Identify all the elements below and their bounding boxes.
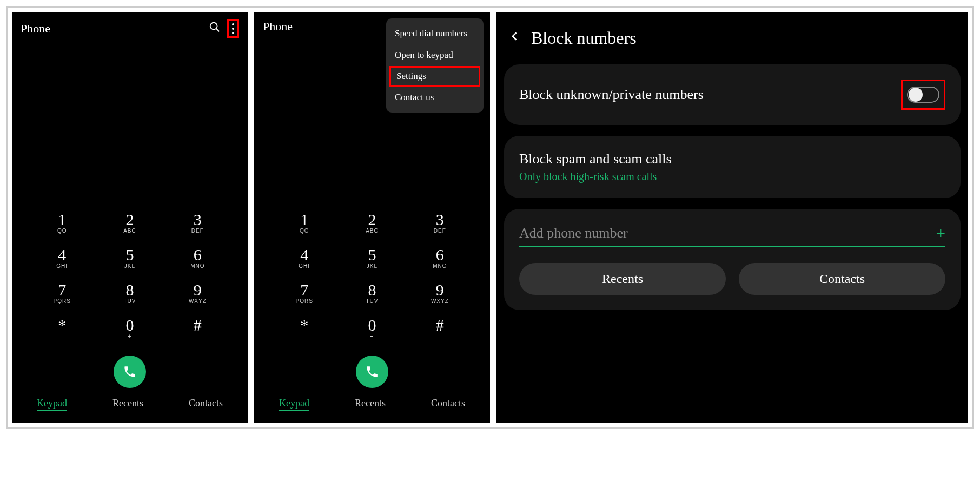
tab-recents[interactable]: Recents (112, 398, 143, 411)
menu-contact-us[interactable]: Contact us (386, 87, 484, 108)
key-2[interactable]: 2ABC (356, 212, 388, 234)
add-icon[interactable]: + (929, 224, 945, 242)
key-star[interactable]: * (288, 317, 321, 339)
add-phone-input[interactable]: Add phone number (519, 225, 628, 241)
key-4[interactable]: 4GHI (288, 247, 321, 269)
tab-keypad[interactable]: Keypad (37, 398, 67, 411)
key-3[interactable]: 3DEF (181, 212, 214, 234)
key-5[interactable]: 5JKL (356, 247, 388, 269)
menu-settings[interactable]: Settings (389, 66, 480, 87)
card-block-unknown: Block unknown/private numbers (504, 64, 961, 125)
key-4[interactable]: 4GHI (46, 247, 78, 269)
key-9[interactable]: 9WXYZ (181, 282, 214, 304)
tutorial-three-screens: Phone 1QO 2ABC 3DEF 4GHI 5JKL 6MNO 7PQRS… (6, 6, 974, 429)
key-1[interactable]: 1QO (46, 212, 78, 234)
block-spam-label: Block spam and scam calls (519, 151, 945, 167)
screen-dialer-menu: Phone Speed dial numbers Open to keypad … (254, 12, 490, 423)
key-0[interactable]: 0+ (114, 317, 146, 339)
svg-point-0 (210, 23, 217, 30)
block-unknown-toggle-highlight (901, 80, 945, 110)
keypad: 1QO 2ABC 3DEF 4GHI 5JKL 6MNO 7PQRS 8TUV … (12, 212, 248, 348)
keypad: 1QO 2ABC 3DEF 4GHI 5JKL 6MNO 7PQRS 8TUV … (254, 212, 490, 348)
key-6[interactable]: 6MNO (181, 247, 214, 269)
back-icon[interactable] (509, 28, 520, 48)
svg-line-1 (216, 29, 220, 32)
tab-keypad[interactable]: Keypad (279, 398, 309, 411)
block-unknown-toggle[interactable] (907, 87, 939, 103)
screen-block-numbers: Block numbers Block unknown/private numb… (496, 12, 968, 423)
key-8[interactable]: 8TUV (356, 282, 388, 304)
key-1[interactable]: 1QO (288, 212, 321, 234)
menu-speed-dial[interactable]: Speed dial numbers (386, 23, 484, 44)
app-title: Phone (21, 22, 209, 36)
recents-button[interactable]: Recents (519, 263, 726, 295)
key-0[interactable]: 0+ (356, 317, 388, 339)
tab-recents[interactable]: Recents (355, 398, 386, 411)
key-3[interactable]: 3DEF (423, 212, 456, 234)
block-spam-sublabel: Only block high-risk scam calls (519, 170, 945, 183)
menu-open-keypad[interactable]: Open to keypad (386, 44, 484, 66)
block-unknown-label: Block unknown/private numbers (519, 87, 704, 103)
key-9[interactable]: 9WXYZ (423, 282, 456, 304)
key-7[interactable]: 7PQRS (288, 282, 321, 304)
overflow-menu: Speed dial numbers Open to keypad Settin… (386, 18, 484, 113)
overflow-menu-icon[interactable] (227, 19, 239, 38)
key-star[interactable]: * (46, 317, 78, 339)
key-hash[interactable]: # (423, 317, 456, 339)
card-block-spam[interactable]: Block spam and scam calls Only block hig… (504, 136, 961, 198)
key-7[interactable]: 7PQRS (46, 282, 78, 304)
screen-dialer: Phone 1QO 2ABC 3DEF 4GHI 5JKL 6MNO 7PQRS… (12, 12, 248, 423)
call-button[interactable] (356, 356, 388, 388)
key-8[interactable]: 8TUV (114, 282, 146, 304)
contacts-button[interactable]: Contacts (739, 263, 945, 295)
page-title: Block numbers (531, 28, 637, 48)
search-icon[interactable] (209, 21, 221, 36)
tab-contacts[interactable]: Contacts (189, 398, 223, 411)
key-2[interactable]: 2ABC (114, 212, 146, 234)
card-add-number: Add phone number + Recents Contacts (504, 209, 961, 310)
tab-contacts[interactable]: Contacts (431, 398, 465, 411)
key-hash[interactable]: # (181, 317, 214, 339)
key-5[interactable]: 5JKL (114, 247, 146, 269)
call-button[interactable] (114, 356, 146, 388)
key-6[interactable]: 6MNO (423, 247, 456, 269)
